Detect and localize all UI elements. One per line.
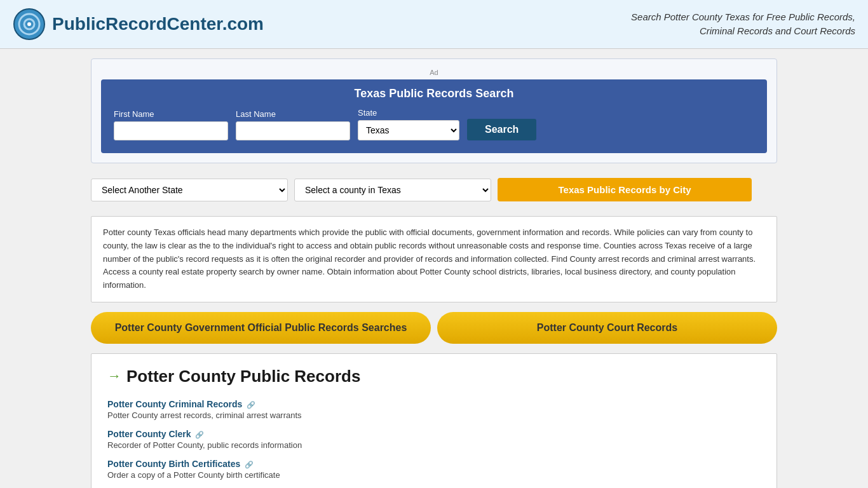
birth-certificates-desc: Order a copy of a Potter County birth ce… [107,470,761,480]
external-link-icon: 🔗 [247,401,255,409]
gov-searches-button[interactable]: Potter County Government Official Public… [91,312,431,344]
criminal-records-desc: Potter County arrest records, criminal a… [107,410,761,420]
search-button[interactable]: Search [467,119,536,140]
state-select[interactable]: Texas Alabama Alaska Arizona California … [358,120,459,140]
filter-row: Select Another State Alabama Alaska Ariz… [91,173,777,207]
state-label: State [358,108,459,118]
ad-search-box: Ad Texas Public Records Search First Nam… [91,58,777,163]
search-form-fields: First Name Last Name State Texas Alabama… [114,108,754,140]
criminal-records-link[interactable]: Potter County Criminal Records 🔗 [107,399,255,409]
external-link-icon-3: 🔗 [245,461,254,468]
state-filter-select[interactable]: Select Another State Alabama Alaska Ariz… [91,179,288,201]
external-link-icon-2: 🔗 [195,431,204,438]
county-clerk-link[interactable]: Potter County Clerk 🔗 [107,429,204,439]
last-name-label: Last Name [236,109,350,119]
logo-icon [13,8,46,41]
search-form-title: Texas Public Records Search [114,87,754,100]
city-records-button[interactable]: Texas Public Records by City [498,178,752,201]
description-text: Potter county Texas officials head many … [103,226,765,292]
svg-point-3 [27,22,31,26]
search-form-box: Texas Public Records Search First Name L… [101,79,767,153]
records-title: → Potter County Public Records [107,367,761,386]
birth-certificates-link[interactable]: Potter County Birth Certificates 🔗 [107,459,254,469]
logo-text: PublicRecordCenter.com [52,14,264,34]
first-name-label: First Name [114,109,228,119]
last-name-group: Last Name [236,109,350,140]
records-section: → Potter County Public Records Potter Co… [91,353,777,488]
ad-label: Ad [101,69,767,76]
first-name-input[interactable] [114,121,228,140]
header-tagline: Search Potter County Texas for Free Publ… [631,10,855,39]
record-item-birth: Potter County Birth Certificates 🔗 Order… [107,459,761,480]
record-item-criminal: Potter County Criminal Records 🔗 Potter … [107,399,761,420]
big-buttons-row: Potter County Government Official Public… [91,312,777,344]
description-box: Potter county Texas officials head many … [91,216,777,302]
court-records-button[interactable]: Potter County Court Records [437,312,777,344]
main-content: Ad Texas Public Records Search First Nam… [85,58,783,488]
site-header: PublicRecordCenter.com Search Potter Cou… [0,0,868,49]
arrow-green-icon: → [107,368,121,384]
first-name-group: First Name [114,109,228,140]
county-filter-select[interactable]: Select a county in Texas Potter County T… [294,179,491,201]
record-item-clerk: Potter County Clerk 🔗 Recorder of Potter… [107,429,761,450]
last-name-input[interactable] [236,121,350,140]
logo-area: PublicRecordCenter.com [13,8,264,41]
county-clerk-desc: Recorder of Potter County, public record… [107,440,761,450]
state-group: State Texas Alabama Alaska Arizona Calif… [358,108,459,140]
